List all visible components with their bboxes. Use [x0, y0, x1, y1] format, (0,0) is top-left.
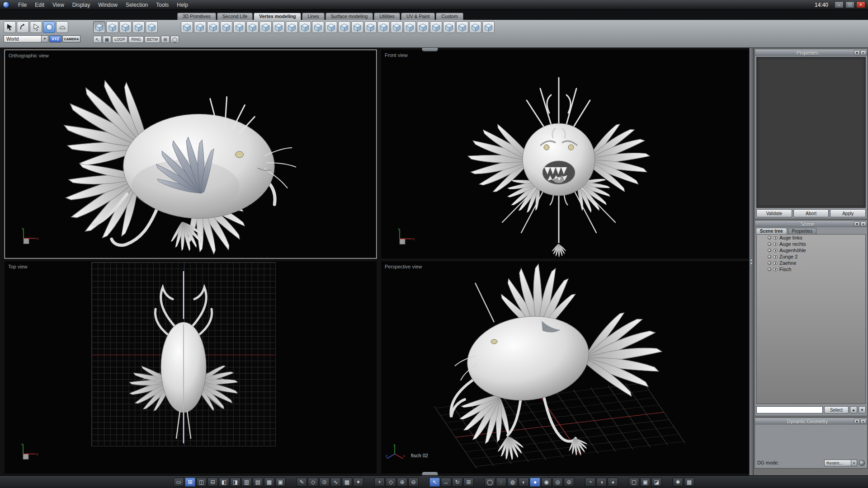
panel-close-icon[interactable]: ×	[860, 419, 866, 424]
modeling-tool-button[interactable]	[430, 21, 442, 33]
visibility-eye-icon[interactable]	[773, 236, 778, 239]
panel-grip-icon[interactable]: ∷	[756, 222, 761, 226]
modeling-tool-button[interactable]	[391, 21, 403, 33]
viewport-splitter-handle[interactable]	[422, 48, 438, 52]
menu-edit[interactable]: Edit	[31, 1, 48, 9]
select-edges-button[interactable]	[106, 21, 118, 33]
tab-lines[interactable]: Lines	[302, 13, 324, 20]
render-icon[interactable]: ✱	[673, 478, 683, 487]
ring-button[interactable]: RING	[128, 36, 144, 43]
maximize-button[interactable]: □	[845, 1, 854, 8]
camera-button[interactable]: CAMERA	[62, 35, 80, 42]
options-icon[interactable]: ▦	[684, 478, 694, 487]
fish-model-top-view[interactable]	[5, 261, 377, 474]
modeling-tool-button[interactable]	[338, 21, 350, 33]
frame-selection-icon[interactable]: ◇	[386, 478, 396, 487]
modeling-tool-button[interactable]	[351, 21, 363, 33]
viewport-orthographic[interactable]: Orthographic view	[5, 50, 377, 258]
validate-button[interactable]: Validate	[756, 209, 792, 217]
modeling-tool-button[interactable]	[404, 21, 416, 33]
flat-shading-icon[interactable]: ◍	[507, 478, 518, 487]
show-grid-icon[interactable]: ▢	[629, 478, 639, 487]
panel-collapse-icon[interactable]: ▾	[854, 50, 860, 55]
panel-close-icon[interactable]: ×	[860, 50, 866, 55]
menu-window[interactable]: Window	[94, 1, 122, 9]
modeling-tool-button[interactable]	[299, 21, 311, 33]
menu-selection[interactable]: Selection	[122, 1, 152, 9]
xray-shading-icon[interactable]: ⊜	[564, 478, 574, 487]
menu-display[interactable]: Display	[68, 1, 94, 9]
collapse-all-icon[interactable]: ▼	[859, 406, 866, 413]
viewport-front[interactable]: Front view	[381, 50, 749, 258]
tab-scene-properties[interactable]: Properties	[788, 228, 817, 234]
scale-mode-icon[interactable]: ⊞	[463, 478, 474, 487]
fish-model-perspective-view[interactable]	[381, 261, 749, 474]
polyline-tool-icon[interactable]: ◇	[308, 478, 318, 487]
menu-help[interactable]: Help	[173, 1, 192, 9]
wireframe-shading-icon[interactable]: ◯	[485, 478, 495, 487]
close-button[interactable]: ×	[856, 1, 865, 8]
smooth-shading-icon[interactable]: ◐	[519, 478, 529, 487]
scene-filter-input[interactable]	[756, 406, 823, 413]
tree-item-auge-rechts[interactable]: Auge rechts	[757, 241, 865, 247]
pencil-tool-icon[interactable]: ✎	[297, 478, 307, 487]
layout-three-rows-icon[interactable]: ▤	[253, 478, 263, 487]
modeling-tool-button[interactable]	[469, 21, 481, 33]
layout-two-vertical-icon[interactable]: ◫	[196, 478, 207, 487]
coordinate-space-selector[interactable]: World ▾	[4, 35, 48, 42]
visibility-eye-icon[interactable]	[773, 262, 778, 265]
select-faces-button[interactable]	[119, 21, 132, 33]
select-mode-icon[interactable]: ↖	[429, 478, 440, 487]
dropdown-arrow-icon[interactable]: ▾	[851, 460, 857, 466]
modeling-tool-button[interactable]	[456, 21, 468, 33]
default-light-icon[interactable]: ◔	[585, 478, 595, 487]
select-button[interactable]: Select	[824, 406, 849, 413]
spot-light-icon[interactable]: ◑	[596, 478, 607, 487]
expand-all-icon[interactable]: ▲	[850, 406, 857, 413]
tree-item-fisch[interactable]: Fisch	[757, 266, 865, 272]
panel-grip-icon[interactable]: ∷	[756, 51, 761, 55]
grid-snap-icon[interactable]: ▦	[342, 478, 352, 487]
material-ball-icon[interactable]	[859, 460, 865, 466]
curve-tool-icon[interactable]: ∿	[330, 478, 341, 487]
grow-selection-button[interactable]: ⊞	[161, 36, 170, 43]
pan-view-icon[interactable]: +	[374, 478, 385, 487]
modeling-tool-button[interactable]	[325, 21, 337, 33]
betw-button[interactable]: BETW	[145, 36, 160, 43]
rotate-view-tool-button[interactable]	[17, 21, 29, 33]
xyz-axis-button[interactable]: XYZ	[49, 35, 61, 42]
tab-custom[interactable]: Custom	[436, 13, 463, 20]
visibility-eye-icon[interactable]	[773, 268, 778, 271]
tab-second-life[interactable]: Second Life	[217, 13, 253, 20]
abort-button[interactable]: Abort	[793, 209, 829, 217]
select-points-button[interactable]	[93, 21, 105, 33]
dg-mode-dropdown[interactable]: Restric... ▾	[824, 460, 857, 466]
tab-scene-tree[interactable]: Scene tree	[756, 228, 787, 234]
modeling-tool-button[interactable]	[273, 21, 285, 33]
visibility-eye-icon[interactable]	[773, 243, 778, 246]
viewport-splitter-handle[interactable]	[422, 472, 438, 475]
grid-snap-button[interactable]: ▦	[103, 36, 111, 43]
snap-tool-icon[interactable]: ⊙	[319, 478, 330, 487]
select-multi-button[interactable]	[146, 21, 158, 33]
world-selector-arrow-icon[interactable]: ▾	[42, 35, 48, 42]
snap-cursor-button[interactable]: ↖	[93, 36, 102, 43]
zoom-in-icon[interactable]: ⊕	[397, 478, 407, 487]
menu-tools[interactable]: Tools	[152, 1, 173, 9]
tab-uv-paint[interactable]: UV & Paint	[401, 13, 435, 20]
viewport-top[interactable]: Top view	[5, 261, 377, 474]
panel-grip-icon[interactable]: ∷	[756, 419, 761, 424]
visibility-eye-icon[interactable]	[773, 255, 778, 258]
layout-grid-icon[interactable]: ▦	[264, 478, 274, 487]
ambient-light-icon[interactable]: ◕	[608, 478, 618, 487]
tab-surface-modeling[interactable]: Surface modeling	[326, 13, 373, 20]
panel-collapse-icon[interactable]: ▾	[854, 221, 860, 226]
shrink-selection-button[interactable]: ◯	[170, 36, 179, 43]
tree-item-auge-links[interactable]: Auge links	[757, 235, 865, 241]
tree-item-zunge-2[interactable]: Zunge 2	[757, 253, 865, 260]
tab-3d-primitives[interactable]: 3D Primitives	[177, 13, 216, 20]
material-shading-icon[interactable]: ◎	[552, 478, 563, 487]
show-backdrop-icon[interactable]: ▣	[640, 478, 651, 487]
scroll-down-icon[interactable]: ▼	[750, 262, 753, 265]
show-gizmo-icon[interactable]: ◪	[651, 478, 662, 487]
